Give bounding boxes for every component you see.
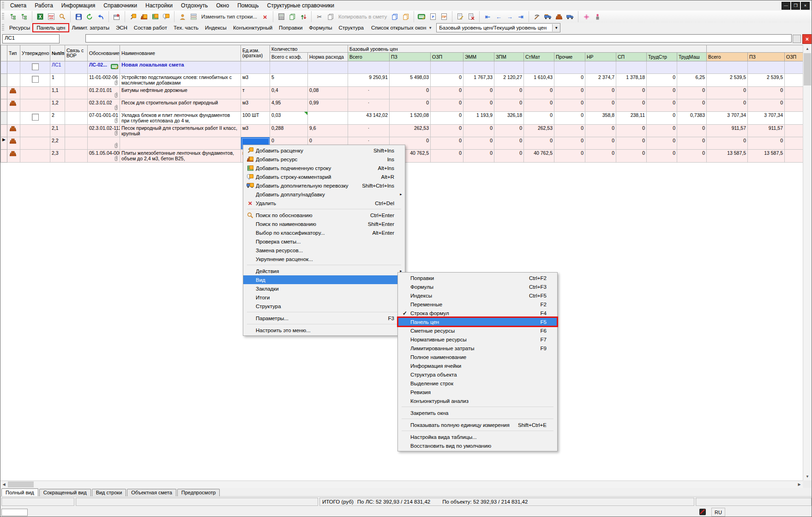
scroll-right-icon[interactable]: ▶ [796,481,803,488]
cell-value[interactable]: 911,57 [748,125,785,137]
view-tab-2[interactable]: Вид строки [92,489,126,496]
cell-approved[interactable] [20,74,50,87]
cell-value[interactable]: 0 [463,87,494,99]
add-comment-row-icon[interactable] [161,11,172,22]
refresh-icon[interactable] [84,11,95,22]
view-tab-1[interactable]: Сокращенный вид [39,489,91,496]
sort-updown-icon[interactable] [298,11,309,22]
view-submenu-item-0[interactable]: ПоправкиCtrl+F2 [398,274,557,282]
panel-tab-5[interactable]: Тех. часть [170,24,202,31]
flower-pink-icon[interactable] [581,11,592,22]
cell-value[interactable]: 238,11 [616,112,647,125]
cell-value[interactable] [554,61,585,74]
row-selector[interactable] [1,112,7,125]
outdent-icon[interactable]: ← [493,11,504,22]
cell-justification[interactable]: 07-01-001-01 [88,112,120,125]
cell-value[interactable]: 0 [647,99,677,112]
context-menu-item-0[interactable]: Добавить расценкуShift+Ins [243,146,405,155]
cell-value[interactable]: 0 [647,125,677,137]
context-menu-item-17[interactable]: Закладки► [243,284,405,293]
excel-export-icon[interactable]: X [35,11,46,22]
cell-unit[interactable]: м3 [241,125,270,137]
view-submenu-item-9[interactable]: Полное наименование [398,353,557,361]
panel-tab-10[interactable]: Структура [335,24,367,31]
panel-tab-4[interactable]: Состав работ [131,24,170,31]
price-level-select[interactable]: Базовый уровень цен/Текущий уровень цен▼ [436,23,560,32]
cell-justification[interactable]: 02.3.01.02-112 [88,125,120,137]
page-pr-icon[interactable]: ПР [439,11,450,22]
view-submenu-item-4[interactable]: ✓Строка формулF4 [398,309,557,317]
cell-name[interactable] [120,137,241,150]
view-submenu-item-1[interactable]: ФормулыCtrl+F3 [398,282,557,291]
cell-value[interactable]: 0 [554,125,585,137]
context-menu-item-18[interactable]: Итоги► [243,293,405,302]
approved-checkbox[interactable] [32,63,39,70]
bricks-pile-icon[interactable] [553,11,565,22]
cell-justification[interactable]: 02.3.01.02 [88,99,120,112]
cell-vor-link[interactable] [65,125,88,137]
cell-value[interactable] [785,99,803,112]
delete-x-icon[interactable]: × [259,11,271,22]
cell-name[interactable]: Устройство подстилающих слоев: глинобитн… [120,74,241,87]
horizontal-scroll-thumb[interactable] [8,481,34,487]
toolbar-label-5-2[interactable]: Изменить тип строки... [199,14,259,19]
cell-value[interactable] [524,61,554,74]
cell-justification[interactable]: 11-01-002-06 [88,74,120,87]
cell-value[interactable]: 0 [524,99,554,112]
cell-value[interactable]: 0 [677,137,707,150]
cell-value[interactable]: 0 [616,150,647,163]
tree-structure-icon[interactable] [7,11,18,22]
cell-justification[interactable]: 01.2.01.01 [88,87,120,99]
cell-value[interactable]: 9 250,91 [348,74,390,87]
indent-line-icon[interactable]: ⇥ [515,11,526,22]
cell-value[interactable]: 1 193,9 [463,112,494,125]
cell-name[interactable]: Песок для строительных работ природный [120,99,241,112]
cell-value[interactable]: 0 [647,74,677,87]
cell-value[interactable]: 0 [647,87,677,99]
copy-blue-icon[interactable] [389,11,400,22]
cell-value[interactable]: 0 [494,150,524,163]
tree-structure-add-icon[interactable] [18,11,30,22]
copy-pages-icon[interactable] [325,11,336,22]
cell-value[interactable]: 2 539,5 [748,74,785,87]
cell-value[interactable]: 0 [524,112,554,125]
cell-value[interactable]: 0 [494,87,524,99]
cell-value[interactable]: 13 587,5 [707,150,748,163]
cell-value[interactable]: 0 [647,150,677,163]
cell-number[interactable]: 1,1 [50,87,65,99]
cell-norm[interactable]: 0,08 [308,87,348,99]
view-submenu-item-16[interactable]: Закрепить окна [398,408,557,417]
estimate-sheet-icon[interactable] [287,11,298,22]
cell-value[interactable]: 0 [494,125,524,137]
cell-value[interactable]: 0 [707,137,748,150]
cell-value[interactable]: 13 587,5 [748,150,785,163]
add-rate-icon[interactable] [127,11,138,22]
cell-value[interactable]: 0 [585,150,616,163]
cell-value[interactable]: 0 [677,87,707,99]
approved-checkbox[interactable] [32,114,39,121]
cell-value[interactable] [785,137,803,150]
cell-name[interactable]: Укладка блоков и плит ленточных фундамен… [120,112,241,125]
cell-norm[interactable]: 9,6 [308,125,348,137]
context-menu-item-3[interactable]: Добавить строку-комментарийAlt+R [243,172,405,181]
cell-value[interactable]: 0 [554,112,585,125]
cell-value[interactable]: 262,53 [524,125,554,137]
resource-person-icon[interactable] [177,11,188,22]
view-submenu-item-7[interactable]: Нормативные ресурсыF7 [398,335,557,344]
menubar-item-1[interactable]: Работа [30,1,57,10]
cell-value[interactable]: 0 [677,99,707,112]
cell-value[interactable]: 0 [554,150,585,163]
cell-value[interactable] [785,61,803,74]
panel-tab-3[interactable]: ЭСН [113,24,131,31]
cell-value[interactable] [748,61,785,74]
cell-reference-input[interactable]: ЛС1 [2,34,60,43]
cell-value[interactable]: 3 707,34 [707,112,748,125]
cell-value[interactable]: 0 [524,87,554,99]
context-menu-item-8[interactable]: Поиск по обоснованиюCtrl+Enter [243,211,405,219]
change-row-type-icon[interactable] [188,11,199,22]
cell-value[interactable]: 0 [647,137,677,150]
cell-value[interactable]: 0 [616,125,647,137]
cell-vor-link[interactable] [65,137,88,150]
cell-value[interactable]: 0 [431,87,463,99]
cell-type[interactable] [7,125,20,137]
